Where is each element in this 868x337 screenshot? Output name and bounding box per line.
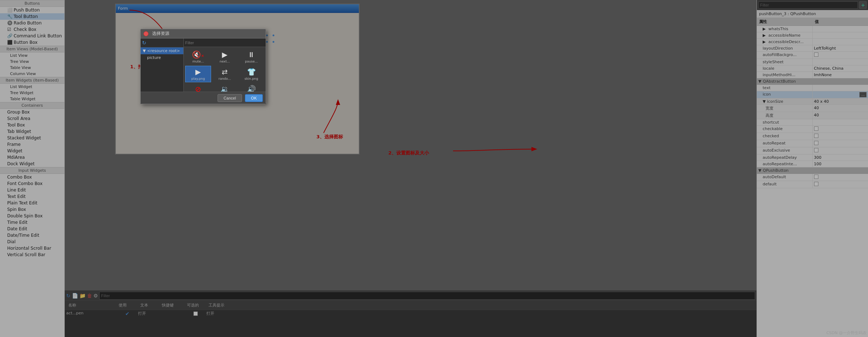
dialog-title: 选择资源 xyxy=(152,31,169,37)
dialog-images-grid: 🔇✕ mute... ▶ next... ⏸ pause... ▶ play.p… xyxy=(184,47,266,92)
dialog-titlebar: 选择资源 xyxy=(141,29,266,38)
image-mute[interactable]: 🔇✕ mute... xyxy=(185,49,211,65)
mute-icon: 🔇✕ xyxy=(192,50,204,59)
dialog-overlay[interactable]: 选择资源 ↻ ▼ <resource root> picture 🔇✕ mute… xyxy=(0,0,868,337)
tree-item-resource-root[interactable]: ▼ <resource root> xyxy=(141,47,183,54)
image-time[interactable]: ⊘ time.png xyxy=(185,83,211,92)
image-play[interactable]: ▶ play.png xyxy=(185,66,211,82)
image-volume1[interactable]: 🔉 volum... xyxy=(212,83,238,92)
next-icon: ▶ xyxy=(222,50,227,59)
dialog-tree: ↻ ▼ <resource root> picture xyxy=(141,38,184,92)
skin-icon: 👕 xyxy=(247,68,256,76)
pause-icon: ⏸ xyxy=(248,50,255,59)
dialog-footer: Cancel OK xyxy=(141,92,266,104)
cancel-button[interactable]: Cancel xyxy=(218,94,242,102)
play-icon: ▶ xyxy=(195,68,201,76)
dialog-right: 🔇✕ mute... ▶ next... ⏸ pause... ▶ play.p… xyxy=(184,38,266,92)
time-icon: ⊘ xyxy=(195,85,201,92)
image-random[interactable]: ⇄ rando... xyxy=(212,66,238,82)
resource-dialog: 选择资源 ↻ ▼ <resource root> picture 🔇✕ mute… xyxy=(140,29,266,104)
image-next[interactable]: ▶ next... xyxy=(212,49,238,65)
volume1-icon: 🔉 xyxy=(220,85,229,92)
watermark: CSDN @一介野生码农 xyxy=(826,330,867,336)
image-skin[interactable]: 👕 skin.png xyxy=(238,66,264,82)
tree-item-picture[interactable]: picture xyxy=(141,54,183,61)
image-volume2[interactable]: 🔊 volum... xyxy=(238,83,264,92)
dialog-refresh[interactable]: ↻ xyxy=(141,38,183,47)
ok-button[interactable]: OK xyxy=(245,94,263,102)
random-icon: ⇄ xyxy=(222,68,228,76)
volume2-icon: 🔊 xyxy=(247,85,256,92)
refresh-icon: ↻ xyxy=(142,40,146,46)
dialog-body: ↻ ▼ <resource root> picture 🔇✕ mute... ▶… xyxy=(141,38,266,92)
image-pause[interactable]: ⏸ pause... xyxy=(238,49,264,65)
dialog-filter-input[interactable] xyxy=(184,38,266,47)
dialog-close-button[interactable] xyxy=(143,31,149,36)
